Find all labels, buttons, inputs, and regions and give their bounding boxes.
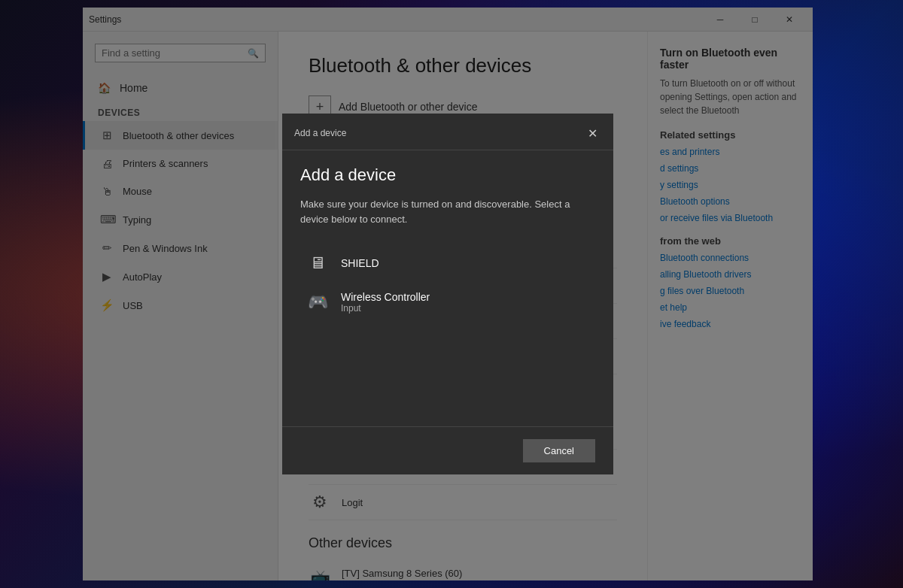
dialog-device-shield[interactable]: 🖥 SHIELD — [300, 244, 595, 282]
shield-device-name: SHIELD — [341, 257, 379, 269]
controller-device-sub: Input — [341, 303, 430, 314]
cancel-button[interactable]: Cancel — [523, 439, 595, 462]
controller-device-name: Wireless Controller — [341, 291, 430, 303]
add-device-dialog: Add a device ✕ Add a device Make sure yo… — [282, 114, 613, 474]
dialog-title-small: Add a device — [294, 128, 346, 138]
modal-overlay: Add a device ✕ Add a device Make sure yo… — [83, 8, 813, 580]
controller-device-icon: 🎮 — [306, 292, 329, 312]
dialog-body: Add a device Make sure your device is tu… — [282, 150, 613, 426]
dialog-close-button[interactable]: ✕ — [583, 124, 601, 142]
dialog-device-wireless-controller[interactable]: 🎮 Wireless Controller Input — [300, 282, 595, 323]
dialog-subtitle: Make sure your device is turned on and d… — [300, 197, 595, 226]
dialog-footer: Cancel — [282, 426, 613, 474]
shield-device-icon: 🖥 — [306, 253, 329, 273]
settings-window: Settings ─ □ ✕ 🔍 🏠 Home Devices ⊞ Blueto… — [83, 8, 813, 580]
dialog-header: Add a device ✕ — [282, 114, 613, 150]
dialog-heading: Add a device — [300, 165, 595, 185]
